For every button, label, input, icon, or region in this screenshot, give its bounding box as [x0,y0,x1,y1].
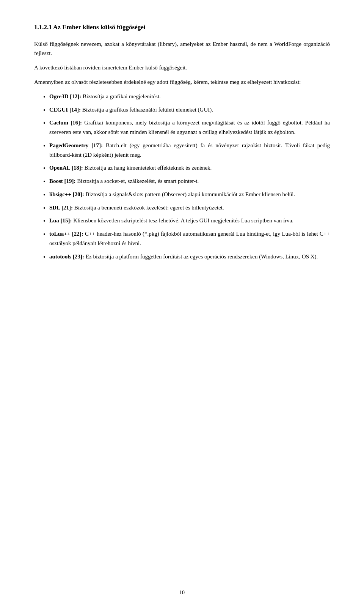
term-lua: Lua [15]: [49,217,72,224]
term-libsigc: libsigc++ [20]: [49,191,84,197]
text-boost: Biztosítja a socket-et, szálkezelést, és… [76,178,199,184]
intro-paragraph-1: Külső függőségnek nevezem, azokat a köny… [34,39,330,58]
term-autotools: autotools [23]: [49,254,84,260]
term-boost: Boost [19]: [49,178,76,184]
text-ogre3d: Biztosítja a grafikai megjelenítést. [81,93,161,99]
list-item: autotools [23]: Ez biztosítja a platform… [49,252,330,261]
term-openal: OpenAL [18]: [49,165,83,171]
dependency-list: Ogre3D [12]: Biztosítja a grafikai megje… [49,92,330,261]
text-tolua: C++ header-hez hasonló (*.pkg) fájlokból… [49,231,330,246]
section-title: Az Ember kliens külső függőségei [53,24,145,31]
text-caelum: Grafikai komponens, mely biztosítja a kö… [49,120,330,135]
page: 1.1.2.1 Az Ember kliens külső függőségei… [0,0,364,611]
list-item: Ogre3D [12]: Biztosítja a grafikai megje… [49,92,330,101]
text-sdl: Biztosítja a bemeneti eszközök kezelését… [73,205,224,211]
term-sdl: SDL [21]: [49,205,73,211]
text-autotools: Ez biztosítja a platform független fordí… [84,254,318,260]
list-item: libsigc++ [20]: Biztosítja a signals&slo… [49,190,330,199]
term-pagedgeometry: PagedGeometry [17]: [49,142,103,148]
term-cegui: CEGUI [14]: [49,107,81,113]
page-number: 10 [179,590,185,596]
list-item: CEGUI [14]: Biztosítja a grafikus felhas… [49,105,330,115]
text-libsigc: Biztosítja a signals&slots pattern (Obse… [84,191,295,197]
section-number: 1.1.2.1 [34,24,52,31]
list-item: toLua++ [22]: C++ header-hez hasonló (*.… [49,229,330,248]
intro-paragraph-2: A következő listában röviden ismertetem … [34,63,330,72]
text-lua: Kliensben közvetlen szkriptelést tesz le… [72,217,293,224]
list-item: PagedGeometry [17]: Batch-elt (egy geome… [49,141,330,160]
list-item: Boost [19]: Biztosítja a socket-et, szál… [49,176,330,186]
list-item: SDL [21]: Biztosítja a bemeneti eszközök… [49,203,330,213]
list-item: Caelum [16]: Grafikai komponens, mely bi… [49,118,330,137]
text-cegui: Biztosítja a grafikus felhasználói felül… [81,107,213,113]
term-tolua: toLua++ [22]: [49,231,83,237]
list-item: Lua [15]: Kliensben közvetlen szkriptelé… [49,216,330,225]
term-caelum: Caelum [16]: [49,120,82,126]
term-ogre3d: Ogre3D [12]: [49,93,81,99]
text-openal: Biztosítja az hang kimenteteket effektek… [83,165,212,171]
section-heading: 1.1.2.1 Az Ember kliens külső függőségei [34,23,330,32]
intro-paragraph-3: Amennyiben az olvasót részletesebben érd… [34,77,330,87]
list-item: OpenAL [18]: Biztosítja az hang kimentet… [49,163,330,173]
